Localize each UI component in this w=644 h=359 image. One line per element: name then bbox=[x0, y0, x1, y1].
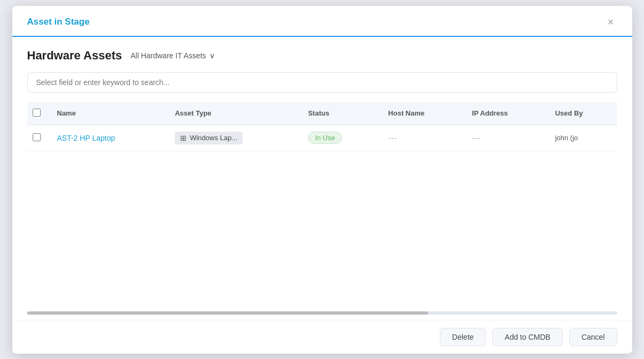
col-host-name: Host Name bbox=[379, 102, 463, 125]
horizontal-scrollbar[interactable] bbox=[27, 311, 617, 315]
row-used-by-cell: john (jo bbox=[547, 125, 617, 151]
filter-label: All Hardware IT Assets bbox=[130, 51, 206, 60]
page-title: Hardware Assets bbox=[27, 49, 122, 63]
col-checkbox bbox=[27, 102, 49, 125]
search-input[interactable] bbox=[27, 72, 617, 93]
modal-header: Asset in Stage × bbox=[12, 6, 632, 37]
cancel-button[interactable]: Cancel bbox=[569, 328, 617, 346]
assets-table-container: Name Asset Type Status Host Name bbox=[27, 102, 617, 311]
table-header-row: Name Asset Type Status Host Name bbox=[27, 102, 617, 125]
assets-table: Name Asset Type Status Host Name bbox=[27, 102, 617, 151]
col-asset-type: Asset Type bbox=[166, 102, 299, 125]
chevron-down-icon: ∨ bbox=[210, 51, 215, 60]
row-checkbox[interactable] bbox=[33, 133, 41, 141]
delete-button[interactable]: Delete bbox=[440, 328, 486, 346]
modal-dialog: Asset in Stage × Hardware Assets All Har… bbox=[12, 6, 632, 354]
col-used-by: Used By bbox=[547, 102, 617, 125]
asset-link[interactable]: AST-2 HP Laptop bbox=[57, 134, 115, 142]
row-status-cell: In Use bbox=[299, 125, 379, 151]
add-to-cmdb-button[interactable]: Add to CMDB bbox=[492, 328, 563, 346]
asset-type-badge: ⊞ Windows Lap... bbox=[175, 132, 243, 144]
row-ip-address-cell: --- bbox=[463, 125, 547, 151]
scrollbar-thumb bbox=[27, 311, 428, 315]
modal-body: Hardware Assets All Hardware IT Assets ∨ bbox=[12, 37, 632, 311]
modal-footer: Delete Add to CMDB Cancel bbox=[12, 320, 632, 354]
col-ip-address: IP Address bbox=[463, 102, 547, 125]
close-button[interactable]: × bbox=[604, 16, 617, 28]
used-by-value: john (jo bbox=[555, 134, 578, 142]
status-badge: In Use bbox=[308, 132, 342, 144]
col-name: Name bbox=[49, 102, 167, 125]
filter-dropdown[interactable]: All Hardware IT Assets ∨ bbox=[130, 51, 214, 60]
windows-icon: ⊞ bbox=[180, 134, 187, 142]
row-name-cell: AST-2 HP Laptop bbox=[49, 125, 167, 151]
modal-title: Asset in Stage bbox=[27, 17, 90, 27]
page-header: Hardware Assets All Hardware IT Assets ∨ bbox=[27, 49, 617, 63]
modal-overlay: Asset in Stage × Hardware Assets All Har… bbox=[0, 0, 644, 359]
col-status: Status bbox=[299, 102, 379, 125]
select-all-checkbox[interactable] bbox=[33, 109, 41, 117]
table-row: AST-2 HP Laptop ⊞ Windows Lap... In Use bbox=[27, 125, 617, 151]
row-checkbox-cell bbox=[27, 125, 49, 151]
row-host-name-cell: --- bbox=[379, 125, 463, 151]
row-asset-type-cell: ⊞ Windows Lap... bbox=[166, 125, 299, 151]
